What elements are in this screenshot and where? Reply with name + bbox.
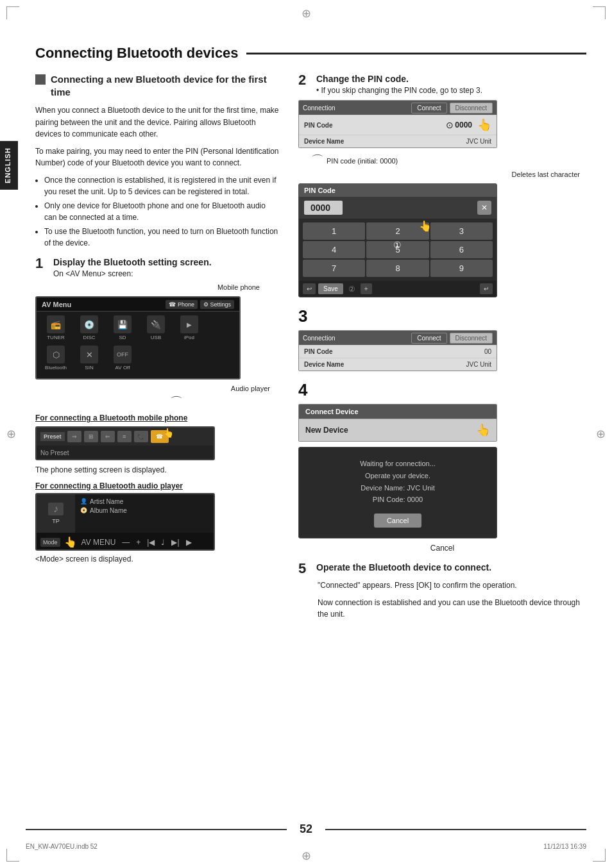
preset-btn-3[interactable]: ⇐ [101, 431, 115, 442]
step-2-disconnect-button[interactable]: Disconnect [450, 103, 493, 113]
audio-player-screen: ♪ TP 👤 Artist Name 📀 Album Name [35, 493, 215, 551]
pin-key-7[interactable]: 7 [303, 260, 365, 277]
pin-key-9[interactable]: 9 [430, 260, 493, 277]
list-item: Only one device for Bluetooth phone and … [44, 200, 279, 223]
av-menu-item-ipod[interactable]: ▶ iPod [175, 315, 203, 340]
pin-save-button[interactable]: Save [318, 283, 343, 294]
audio-ctrl-minus[interactable]: — [120, 538, 132, 547]
pin-key-5[interactable]: 5 ① [366, 241, 429, 258]
av-menu-item-tuner[interactable]: 📻 TUNER [42, 315, 70, 340]
audio-ctrl-plus[interactable]: + [134, 538, 142, 547]
audio-ctrl-play[interactable]: ▶ [184, 538, 194, 547]
new-device-item[interactable]: New Device 👆 [299, 419, 497, 441]
left-column: Connecting a new Bluetooth device for th… [35, 73, 279, 626]
sin-icon: ✕ [80, 346, 98, 363]
waiting-screen: Waiting for connection...Operate your de… [298, 447, 497, 538]
av-menu-item-avoff[interactable]: OFF AV Off [108, 346, 137, 371]
step-5-number: 5 [298, 562, 311, 576]
body-text-1: When you connect a Bluetooth device to t… [35, 104, 279, 140]
tuner-icon: 📻 [47, 315, 65, 333]
usb-label: USB [151, 335, 161, 340]
step-2-title: Change the PIN code. [316, 73, 482, 85]
pin-key-6[interactable]: 6 [430, 241, 493, 258]
footer-left-line [26, 829, 287, 830]
step-1-title: Display the Bluetooth setting screen. [53, 256, 212, 268]
preset-btn-2[interactable]: ⊞ [84, 431, 98, 442]
step-5-body-1: "Connected" appears. Press [OK] to confi… [318, 580, 586, 592]
step-2-row: 2 Change the PIN code. • If you skip cha… [298, 73, 586, 96]
crosshair-left-icon: ⊕ [6, 427, 16, 441]
av-menu-tab-phone[interactable]: ☎ Phone [166, 300, 198, 309]
audio-ctrl-prev[interactable]: |◀ [145, 538, 157, 547]
step-2-connect-button[interactable]: Connect [411, 103, 446, 113]
preset-btn-4[interactable]: ≡ [117, 431, 132, 442]
corner-mark-bl [6, 849, 19, 862]
pin-plus-button[interactable]: + [361, 283, 372, 294]
sin-label: SIN [85, 365, 93, 371]
av-menu-label: AV Menu [42, 301, 71, 308]
cancel-button[interactable]: Cancel [374, 513, 421, 528]
step-2-jvc-unit: JVC Unit [355, 138, 491, 145]
connect-device-header: Connect Device [299, 405, 497, 419]
corner-mark-tl [6, 6, 19, 19]
avoff-icon: OFF [114, 346, 132, 363]
preset-label: Preset [40, 432, 65, 441]
preset-hand-btn[interactable]: ☎ 👆 [151, 430, 169, 443]
av-menu-tab-settings[interactable]: ⚙ Settings [200, 300, 234, 309]
mobile-phone-label: Mobile phone [35, 283, 260, 291]
step-3-device-name-label: Device Name [304, 361, 355, 368]
step-2-pin-code-row: PIN Code ⊙ 0000 👆 [299, 115, 497, 135]
bluetooth-icon: ⬡ [47, 346, 65, 363]
av-menu-grid: 📻 TUNER 💿 DISC 💾 SD [37, 312, 239, 374]
audio-ctrl-av-menu[interactable]: AV MENU [80, 538, 118, 547]
av-menu-item-disc[interactable]: 💿 DISC [75, 315, 103, 340]
pin-key-3[interactable]: 3 [430, 222, 493, 240]
step-3-disconnect-button[interactable]: Disconnect [450, 333, 493, 344]
section-heading: Connecting a new Bluetooth device for th… [35, 73, 279, 98]
phone-displayed-text: The phone setting screen is displayed. [35, 464, 279, 476]
waiting-text: Waiting for connection...Operate your de… [307, 458, 489, 506]
pin-initial-annotation: ⌒ PIN code (initial: 0000) [311, 152, 586, 169]
ipod-label: iPod [184, 335, 194, 340]
list-item: To use the Bluetooth function, you need … [44, 226, 279, 249]
pin-key-8[interactable]: 8 [366, 260, 429, 277]
list-item: Once the connection is established, it i… [44, 174, 279, 197]
audio-top: ♪ TP 👤 Artist Name 📀 Album Name [37, 494, 214, 533]
connect-device-screen: Connect Device New Device 👆 [298, 404, 497, 442]
right-column: 2 Change the PIN code. • If you skip cha… [298, 73, 586, 626]
step-3-pin-value: 00 [355, 348, 491, 355]
step-2-connection-screen: Connection Connect Disconnect PIN Code ⊙… [298, 100, 497, 148]
pin-screen-header: PIN Code [299, 184, 497, 197]
av-menu-item-usb[interactable]: 🔌 USB [142, 315, 170, 340]
av-menu-top-bar: AV Menu ☎ Phone ⚙ Settings [37, 297, 239, 312]
audio-ctrl-note[interactable]: ♩ [159, 538, 167, 547]
pin-enter-button[interactable]: ↵ [480, 283, 493, 294]
mode-btn[interactable]: Mode [40, 538, 60, 547]
audio-section-label: For connecting a Bluetooth audio player [35, 481, 279, 490]
step-2-sub: • If you skip changing the PIN code, go … [316, 85, 482, 96]
pin-key-2[interactable]: 2 👆 [366, 222, 429, 240]
av-menu-item-bluetooth[interactable]: ⬡ Bluetooth [42, 346, 70, 371]
bluetooth-label: Bluetooth [45, 365, 67, 371]
main-content: Connecting Bluetooth devices Connecting … [35, 19, 586, 626]
av-menu-item-sin[interactable]: ✕ SIN [75, 346, 103, 371]
cancel-label: Cancel [298, 544, 586, 553]
pin-back-button[interactable]: ↩ [303, 283, 316, 294]
preset-btn-1[interactable]: ⇒ [67, 431, 81, 442]
step-3-connect-button[interactable]: Connect [411, 333, 446, 344]
pin-key-1[interactable]: 1 [303, 222, 365, 240]
step-3-conn-top-bar: Connection Connect Disconnect [299, 331, 497, 345]
pin-key-4[interactable]: 4 [303, 241, 365, 258]
preset-btn-5[interactable]: 📞 [134, 431, 148, 442]
audio-note-icon: ♪ [48, 503, 64, 515]
page-title-row: Connecting Bluetooth devices [35, 45, 586, 62]
pin-delete-button[interactable]: ✕ [477, 201, 491, 215]
sd-label: SD [119, 335, 126, 340]
audio-ctrl-next[interactable]: ▶| [169, 538, 181, 547]
av-menu-item-sd[interactable]: 💾 SD [108, 315, 137, 340]
body-text-2: To make pairing, you may need to enter t… [35, 146, 279, 169]
phone-section-label: For connecting a Bluetooth mobile phone [35, 413, 279, 422]
step-3-device-name-row: Device Name JVC Unit [299, 358, 497, 371]
sd-icon: 💾 [114, 315, 132, 333]
mode-displayed-text: <Mode> screen is displayed. [35, 553, 279, 565]
